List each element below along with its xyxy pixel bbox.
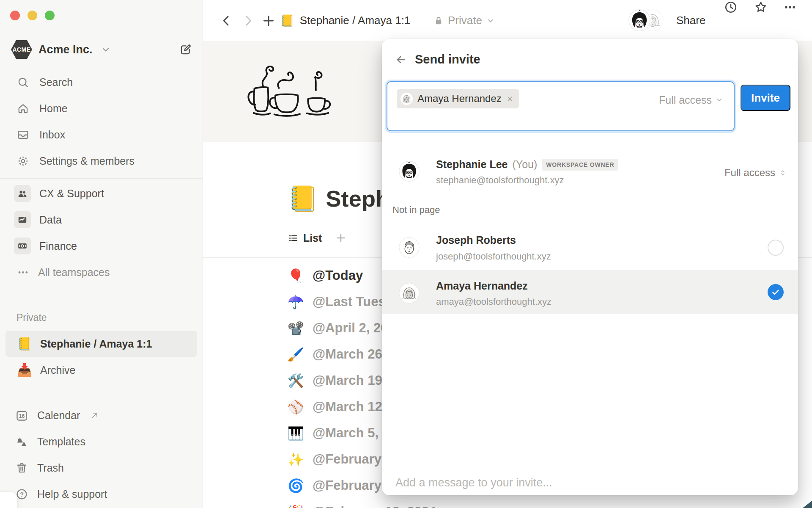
piano-emoji-icon: 🎹 — [288, 425, 304, 441]
share-button[interactable]: Share — [676, 0, 705, 41]
avatar-stephanie — [628, 9, 650, 31]
invite-message-input[interactable]: Add a message to your invite... — [382, 468, 798, 495]
tools-emoji-icon: 🛠️ — [288, 373, 304, 389]
sidebar-item-label: Calendar — [37, 409, 80, 422]
sidebar-item-search[interactable]: Search — [0, 69, 203, 95]
help-icon: ? — [15, 488, 28, 501]
sidebar-item-templates[interactable]: Templates — [0, 428, 203, 455]
sidebar-item-trash[interactable]: Trash — [0, 455, 203, 481]
window-controls — [10, 11, 55, 20]
invite-button[interactable]: Invite — [741, 85, 790, 111]
workspace-owner-badge: WORKSPACE OWNER — [542, 159, 618, 171]
forward-button[interactable] — [241, 0, 255, 41]
tab-list-view[interactable]: List — [288, 232, 322, 244]
invite-recipients-input[interactable]: Amaya Hernandez Full access — [387, 81, 735, 131]
teamspaces-section: CX & Support Data Finance All teamspaces — [0, 180, 203, 285]
selected-check-icon[interactable] — [768, 284, 784, 300]
sidebar-item-archive[interactable]: 📥 Archive — [5, 357, 197, 383]
list-item[interactable]: 🎉@February 13, 2024 — [288, 499, 436, 508]
sidebar-item-settings[interactable]: Settings & members — [0, 148, 203, 174]
history-clock-icon[interactable] — [724, 0, 738, 14]
banknote-icon — [14, 237, 31, 254]
sidebar-item-label: Stephanie / Amaya 1:1 — [40, 338, 152, 350]
projector-emoji-icon: 📽️ — [288, 320, 304, 336]
trash-icon — [15, 461, 28, 475]
sidebar-item-label: Archive — [40, 364, 75, 376]
member-access-dropdown[interactable]: Full access — [724, 167, 787, 179]
minimize-window-button[interactable] — [27, 11, 37, 20]
ledger-emoji-icon: 📒 — [17, 337, 31, 351]
sidebar-item-label: Home — [39, 102, 68, 115]
back-arrow-icon[interactable] — [395, 53, 407, 66]
person-row-joseph[interactable]: Joseph Roberts joseph@toolsforthought.xy… — [382, 231, 798, 265]
sidebar-item-finance[interactable]: Finance — [0, 233, 203, 259]
topbar: 📒 Stephanie / Amaya 1:1 Private Share — [203, 0, 812, 41]
sidebar-item-cx-support[interactable]: CX & Support — [0, 180, 203, 207]
sidebar-item-data[interactable]: Data — [0, 207, 203, 233]
avatar-stephanie — [399, 161, 420, 182]
view-tabs: List — [288, 232, 347, 244]
people-icon — [14, 185, 31, 202]
select-person-radio[interactable] — [768, 240, 784, 256]
sidebar-item-inbox[interactable]: Inbox — [0, 121, 203, 148]
sidebar-item-label: Templates — [37, 436, 85, 448]
modal-title: Send invite — [415, 52, 480, 66]
cyclone-emoji-icon: 🌀 — [288, 478, 304, 494]
home-icon — [16, 102, 30, 115]
back-button[interactable] — [219, 0, 233, 41]
sidebar-nav: Search Home Inbox Settings & members — [0, 69, 203, 174]
sidebar-item-calendar[interactable]: 16 Calendar — [0, 402, 203, 428]
inbox-tray-emoji-icon: 📥 — [17, 363, 31, 377]
zoom-window-button[interactable] — [45, 11, 55, 20]
sidebar-item-label: CX & Support — [39, 188, 104, 200]
sidebar-item-help[interactable]: ? Help & support — [0, 481, 203, 507]
templates-icon — [15, 435, 28, 448]
close-window-button[interactable] — [10, 11, 20, 20]
send-invite-modal: Send invite Amaya Hernandez Full access … — [382, 39, 798, 495]
svg-text:?: ? — [20, 491, 24, 497]
workspace-name: Acme Inc. — [38, 43, 93, 56]
person-email: joseph@toolsforthought.xyz — [436, 251, 551, 262]
umbrella-emoji-icon: ☂️ — [288, 294, 304, 310]
person-row-amaya-selected[interactable]: Amaya Hernandez amaya@toolsforthought.xy… — [382, 270, 798, 314]
chevron-down-icon — [715, 96, 724, 104]
privacy-label: Private — [448, 14, 482, 27]
avatar-amaya — [399, 283, 420, 304]
sidebar-item-label: Trash — [37, 462, 64, 474]
new-page-compose-button[interactable] — [179, 43, 192, 56]
person-name: Amaya Hernandez — [436, 280, 528, 292]
workspace-logo: ACME — [11, 40, 32, 59]
breadcrumb[interactable]: 📒 Stephanie / Amaya 1:1 — [280, 0, 410, 41]
svg-text:16: 16 — [19, 413, 25, 419]
avatar-amaya — [400, 92, 413, 105]
sidebar-item-label: Finance — [39, 240, 77, 252]
ledger-emoji-icon: 📒 — [280, 14, 294, 28]
chip-name: Amaya Hernandez — [417, 93, 502, 105]
add-view-button[interactable] — [335, 232, 347, 244]
workspace-switcher[interactable]: ACME Acme Inc. — [11, 38, 192, 61]
ellipsis-icon — [16, 266, 30, 279]
chart-icon — [14, 211, 31, 228]
arrow-up-right-icon — [90, 410, 100, 420]
recipient-chip[interactable]: Amaya Hernandez — [397, 89, 519, 108]
list-item-title: @February 13, 2024 — [313, 504, 436, 508]
access-level-dropdown[interactable]: Full access — [659, 91, 724, 108]
page-viewers-avatars[interactable] — [628, 0, 667, 41]
not-in-page-label: Not in page — [392, 204, 440, 215]
calendar-icon: 16 — [15, 409, 28, 422]
sidebar-item-stephanie-amaya[interactable]: 📒 Stephanie / Amaya 1:1 — [5, 331, 197, 357]
private-section: 📒 Stephanie / Amaya 1:1 📥 Archive — [0, 331, 203, 383]
paintbrush-emoji-icon: 🖌️ — [288, 347, 304, 362]
remove-chip-icon[interactable] — [506, 95, 514, 103]
sidebar-item-label: Data — [39, 214, 62, 226]
privacy-dropdown[interactable]: Private — [433, 0, 495, 41]
member-email: stephanie@toolsforthought.xyz — [436, 175, 564, 186]
sidebar-item-home[interactable]: Home — [0, 95, 203, 121]
new-page-button[interactable] — [261, 0, 276, 41]
list-item-title: @Today — [313, 268, 363, 283]
balloon-emoji-icon: 🎈 — [288, 268, 304, 284]
favorite-star-icon[interactable] — [754, 0, 768, 14]
sidebar-item-all-teamspaces[interactable]: All teamspaces — [0, 259, 203, 285]
more-options-icon[interactable] — [783, 0, 797, 14]
gear-icon — [16, 155, 30, 168]
